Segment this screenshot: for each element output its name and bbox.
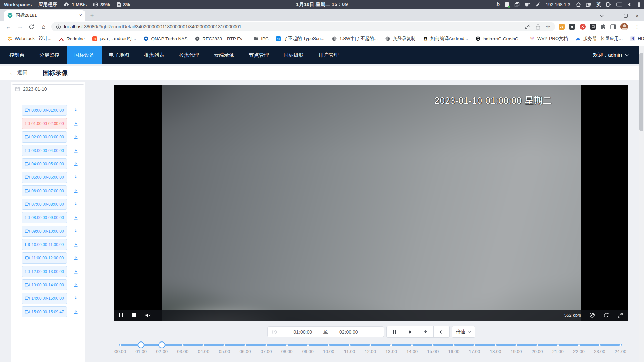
record-item[interactable]: 11:00:00-12:00:00 [22, 252, 67, 264]
record-item[interactable]: 09:00:00-10:00:00 [22, 226, 67, 237]
timeline-handle[interactable] [158, 341, 165, 348]
seek-back-button[interactable] [434, 326, 450, 338]
record-item[interactable]: 06:00:00-07:00:00 [22, 185, 67, 196]
nav-tab-8[interactable]: 节点管理 [241, 46, 276, 64]
record-download-icon[interactable] [73, 296, 78, 301]
record-download-icon[interactable] [73, 188, 78, 193]
record-download-icon[interactable] [73, 175, 78, 180]
nav-tab-3[interactable]: 国标设备 [67, 46, 102, 64]
bookmark-item[interactable]: Redmine [55, 34, 88, 43]
extensions-puzzle-icon[interactable] [600, 24, 606, 30]
notes-tray-icon[interactable] [505, 2, 509, 7]
address-bar[interactable]: localhost:38080/#/gbRecordDetail/3402000… [51, 22, 555, 31]
bookmark-item[interactable]: Cjava、android可... [88, 34, 140, 43]
home-tray-icon[interactable] [576, 2, 581, 7]
bookmark-item[interactable]: IPC [249, 34, 272, 43]
start-time[interactable]: 01:00:00 [294, 329, 312, 335]
record-item[interactable]: 04:00:00-05:00:00 [22, 158, 67, 169]
timeline-handle[interactable] [138, 341, 144, 348]
bookmark-item[interactable]: QNAP Turbo NAS [140, 34, 191, 43]
bookmark-item[interactable]: NHDAtmos :: 种子 *... [626, 34, 644, 43]
pause-button[interactable] [386, 326, 402, 338]
tab-close-icon[interactable]: × [79, 13, 82, 18]
refresh-icon[interactable] [603, 312, 609, 318]
snapshot-aperture-icon[interactable] [589, 312, 595, 318]
page-scrollbar[interactable] [639, 46, 644, 362]
video-player[interactable]: 2023-01-10 01:00:00 星期二 552 kb/s [114, 85, 628, 321]
workspaces-button[interactable]: Workspaces [4, 2, 32, 7]
record-item[interactable]: 10:00:00-11:00:00 [22, 239, 67, 250]
record-download-icon[interactable] [73, 148, 78, 153]
maximize-button[interactable] [624, 14, 628, 18]
password-key-icon[interactable] [524, 24, 530, 30]
browser-menu-icon[interactable]: ⋮ [632, 24, 642, 30]
extension-badge-icon[interactable] [569, 24, 575, 30]
minimize-button[interactable] [612, 16, 616, 16]
record-item[interactable]: 12:00:00-13:00:00 [22, 266, 67, 277]
clipboard-tray-icon[interactable] [514, 2, 520, 7]
record-download-icon[interactable] [73, 309, 78, 314]
record-download-icon[interactable] [73, 269, 78, 274]
record-download-icon[interactable] [73, 202, 78, 207]
nav-tab-5[interactable]: 推流列表 [137, 46, 172, 64]
extension-dark-icon[interactable] [590, 24, 596, 30]
bookmark-item[interactable]: 1.8W字|了不起的... [328, 34, 381, 43]
extension-js-icon[interactable]: JS [559, 24, 565, 30]
extension-red-icon[interactable] [580, 24, 586, 30]
volume-tray-icon[interactable] [627, 2, 632, 7]
scrollbar-thumb[interactable] [639, 53, 643, 131]
tab-search-icon[interactable] [600, 15, 604, 17]
share-icon[interactable] [535, 24, 541, 30]
play-button[interactable] [402, 326, 418, 338]
applications-menu[interactable]: 应用程序 [38, 2, 57, 8]
record-download-icon[interactable] [73, 161, 78, 166]
record-download-icon[interactable] [73, 242, 78, 247]
user-menu[interactable]: 欢迎，admin [593, 52, 639, 58]
bookmark-item[interactable]: Webstack - 设计... [3, 34, 55, 43]
record-download-icon[interactable] [73, 121, 78, 126]
time-range-input[interactable]: 01:00:00 至 02:00:00 [267, 326, 384, 337]
record-item[interactable]: 02:00:00-03:00:00 [22, 131, 67, 143]
speed-dropdown[interactable]: 倍速 [452, 326, 475, 338]
window-close-button[interactable]: × [636, 14, 639, 18]
record-item[interactable]: 01:00:00-02:00:00 [22, 118, 67, 129]
nav-tab-1[interactable]: 控制台 [2, 46, 32, 64]
record-item[interactable]: 13:00:00-14:00:00 [22, 279, 67, 290]
battery-tray-icon[interactable] [637, 2, 641, 7]
record-item[interactable]: 03:00:00-04:00:00 [22, 145, 67, 156]
bookmark-item[interactable]: RFC2833 – RTP Ev... [191, 34, 249, 43]
bookmark-item[interactable]: ΨWVP-PRO文档 [526, 34, 572, 43]
record-item[interactable]: 07:00:00-08:00:00 [22, 199, 67, 210]
bookmark-item[interactable]: hairrrrr/C-CrashC... [472, 34, 526, 43]
record-item[interactable]: 14:00:00-15:00:00 [22, 293, 67, 304]
back-button[interactable]: ← 返回 [9, 70, 28, 76]
display-tray-icon[interactable] [616, 2, 622, 7]
player-pause-icon[interactable] [119, 313, 123, 317]
player-stop-icon[interactable] [132, 313, 136, 317]
browser-forward-icon[interactable]: → [17, 23, 24, 30]
browser-back-icon[interactable]: ← [5, 23, 12, 30]
profile-avatar[interactable] [620, 23, 628, 30]
site-info-icon[interactable] [56, 24, 61, 29]
record-item[interactable]: 00:00:00-01:00:00 [22, 105, 67, 116]
browser-tab[interactable]: 国标28181 × [4, 10, 85, 21]
fullscreen-icon[interactable] [617, 313, 623, 318]
windows-tray-icon[interactable] [586, 2, 591, 7]
bookmark-item[interactable]: 如何编译Android... [419, 34, 472, 43]
record-item[interactable]: 08:00:00-09:00:00 [22, 212, 67, 223]
end-time[interactable]: 02:00:00 [339, 329, 358, 335]
timeline[interactable]: 00:0001:0002:0003:0004:0005:0006:0007:00… [0, 341, 644, 361]
ip-address[interactable]: 192.168.1.3 [546, 2, 570, 7]
record-download-icon[interactable] [73, 134, 78, 139]
screenshot-tray-icon[interactable] [606, 2, 611, 7]
download-button[interactable] [418, 326, 434, 338]
record-download-icon[interactable] [73, 215, 78, 220]
mute-icon[interactable] [145, 313, 151, 318]
clock[interactable]: 1月10日 星期二 15：09 [296, 2, 348, 8]
bookmark-star-icon[interactable]: ☆ [546, 24, 550, 30]
color-picker-tray-icon[interactable] [536, 2, 541, 7]
browser-home-icon[interactable]: ⌂ [40, 23, 47, 30]
record-item[interactable]: 15:00:00-15:09:47 [22, 306, 67, 317]
nav-tab-10[interactable]: 用户管理 [311, 46, 346, 64]
nav-tab-4[interactable]: 电子地图 [102, 46, 137, 64]
